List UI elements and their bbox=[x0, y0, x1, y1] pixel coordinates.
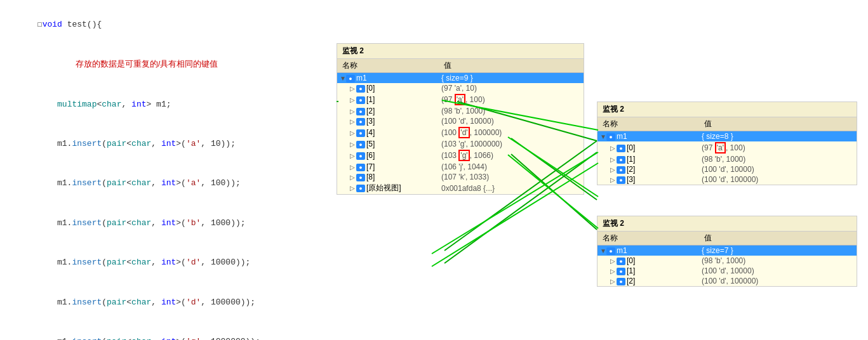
watch3-row-2[interactable]: ▷●[2] (100 'd', 100000) bbox=[598, 276, 857, 286]
code-line-5: m1.insert(pair<char, int>('b', 1000)); bbox=[8, 204, 335, 243]
watch1-title: 监视 2 bbox=[337, 44, 584, 59]
main-container: ☐void test(){ 存放的数据是可重复的/具有相同的键值 multima… bbox=[0, 0, 868, 340]
watch1-row-7[interactable]: ▷●[7] (106 'j', 1044) bbox=[337, 162, 584, 172]
code-line-6: m1.insert(pair<char, int>('d', 10000)); bbox=[8, 243, 335, 282]
watch2-table: 名称 值 ▼●m1 { size=8 } ▷●[0] (97 'a', 100)… bbox=[598, 117, 857, 185]
watch3-row-1[interactable]: ▷●[1] (100 'd', 10000) bbox=[598, 266, 857, 276]
watch1-row-3[interactable]: ▷●[3] (100 'd', 10000) bbox=[337, 116, 584, 126]
code-panel: ☐void test(){ 存放的数据是可重复的/具有相同的键值 multima… bbox=[0, 0, 343, 340]
code-line-1: ☐void test(){ bbox=[8, 5, 335, 44]
watch-panel-1: 监视 2 名称 值 ▼●m1 { size=9 } ▷●[0] (97 'a',… bbox=[337, 43, 584, 195]
watch-panel-3: 监视 2 名称 值 ▼●m1 { size=7 } ▷●[0] (98 'b',… bbox=[597, 216, 857, 287]
watch2-row-m1[interactable]: ▼●m1 { size=8 } bbox=[598, 131, 857, 142]
watch3-title: 监视 2 bbox=[598, 216, 857, 232]
code-line-7: m1.insert(pair<char, int>('d', 100000)); bbox=[8, 283, 335, 322]
watch3-row-0[interactable]: ▷●[0] (98 'b', 1000) bbox=[598, 256, 857, 266]
watch2-row-3[interactable]: ▷●[3] (100 'd', 100000) bbox=[598, 174, 857, 185]
code-comment-1: 存放的数据是可重复的/具有相同的键值 bbox=[8, 44, 335, 84]
watch1-row-6[interactable]: ▷●[6] (103 'g', 1066) bbox=[337, 149, 584, 162]
watch2-row-0[interactable]: ▷●[0] (97 'a', 100) bbox=[598, 141, 857, 154]
watch1-row-raw[interactable]: ▷●[原始视图] 0x001afda8 {...} bbox=[337, 182, 584, 194]
code-line-8: m1.insert(pair<char, int>('g', 1000000))… bbox=[8, 322, 335, 340]
watch2-row-1[interactable]: ▷●[1] (98 'b', 1000) bbox=[598, 154, 857, 164]
watch2-col-value: 值 bbox=[699, 117, 857, 131]
watch2-row-2[interactable]: ▷●[2] (100 'd', 10000) bbox=[598, 164, 857, 174]
watch1-row-5[interactable]: ▷●[5] (103 'g', 1000000) bbox=[337, 139, 584, 149]
watch1-row-0[interactable]: ▷●[0] (97 'a', 10) bbox=[337, 83, 584, 93]
watch3-col-name: 名称 bbox=[598, 232, 699, 245]
watch1-row-8[interactable]: ▷●[8] (107 'k', 1033) bbox=[337, 172, 584, 182]
watch1-row-m1[interactable]: ▼●m1 { size=9 } bbox=[337, 73, 584, 84]
watch3-col-value: 值 bbox=[699, 232, 857, 245]
watch3-row-m1[interactable]: ▼●m1 { size=7 } bbox=[598, 245, 857, 256]
code-line-4: m1.insert(pair<char, int>('a', 100)); bbox=[8, 164, 335, 204]
code-line-2: multimap<char, int> m1; bbox=[8, 85, 335, 124]
watch2-col-name: 名称 bbox=[598, 117, 699, 131]
code-line-3: m1.insert(pair<char, int>('a', 10)); bbox=[8, 124, 335, 164]
watch3-table: 名称 值 ▼●m1 { size=7 } ▷●[0] (98 'b', 1000… bbox=[598, 232, 857, 286]
watch1-row-2[interactable]: ▷●[2] (98 'b', 1000) bbox=[337, 106, 584, 116]
watch1-row-4[interactable]: ▷●[4] (100 'd', 100000) bbox=[337, 126, 584, 139]
watch1-col-value: 值 bbox=[439, 59, 584, 73]
watch1-row-1[interactable]: ▷●[1] (97 'a', 100) bbox=[337, 93, 584, 106]
watch1-col-name: 名称 bbox=[337, 59, 439, 73]
watch1-table: 名称 值 ▼●m1 { size=9 } ▷●[0] (97 'a', 10) … bbox=[337, 59, 584, 194]
watch-panel-2: 监视 2 名称 值 ▼●m1 { size=8 } ▷●[0] (97 'a',… bbox=[597, 101, 857, 185]
watch2-title: 监视 2 bbox=[598, 102, 857, 117]
